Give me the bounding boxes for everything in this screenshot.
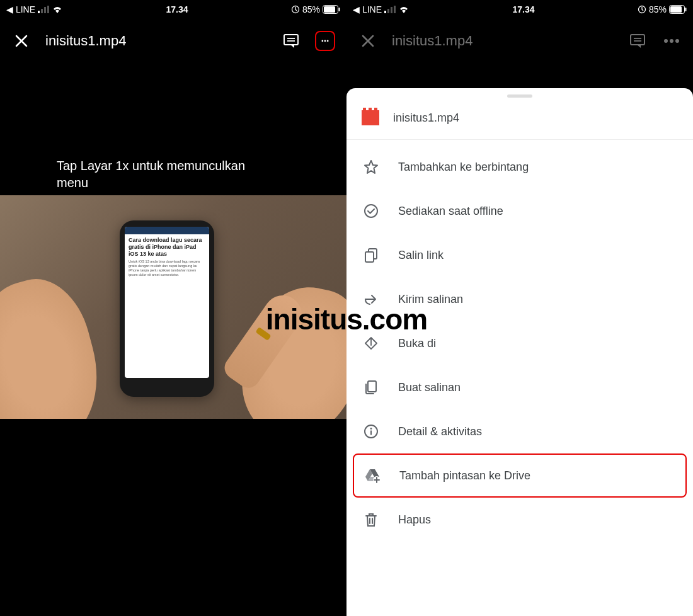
menu-item-send-copy[interactable]: Kirim salinan [346,277,693,321]
svg-rect-16 [391,7,392,13]
svg-rect-34 [370,431,372,435]
copy-link-icon [363,247,379,263]
svg-point-11 [321,40,323,42]
rotation-lock-icon [291,5,300,14]
star-icon [363,159,379,175]
video-file-icon [362,110,379,125]
close-icon[interactable] [11,31,32,51]
battery-icon [669,5,687,14]
battery-percent: 85% [649,4,667,14]
svg-rect-22 [631,35,644,45]
menu-label: Sediakan saat offline [398,205,503,218]
svg-rect-15 [387,9,389,13]
battery-percent: 85% [302,4,320,14]
svg-rect-3 [47,6,49,13]
menu-item-copy-link[interactable]: Salin link [346,233,693,277]
offline-icon [363,203,379,219]
menu-label: Buat salinan [398,381,461,394]
open-in-icon [363,335,379,351]
svg-point-12 [324,40,326,42]
svg-rect-6 [324,6,335,13]
svg-point-25 [664,39,668,43]
svg-rect-30 [365,252,374,262]
more-options-icon[interactable] [315,31,335,51]
hand-illustration [0,268,114,419]
drive-add-icon [364,467,381,484]
svg-rect-0 [38,11,40,13]
cell-signal-icon [384,6,396,13]
menu-item-offline[interactable]: Sediakan saat offline [346,189,693,233]
send-icon [363,291,379,307]
back-app-indicator[interactable]: ◀ LINE [6,4,35,14]
wifi-icon [52,5,63,14]
file-header: inisitus1.mp4 [0,19,346,63]
file-title: inisitus1.mp4 [392,33,614,49]
comment-icon[interactable] [281,31,301,51]
more-options-icon[interactable] [662,31,682,51]
make-copy-icon [363,379,379,396]
rotation-lock-icon [638,5,646,14]
phone-illustration: Cara download lagu secara gratis di iPho… [120,220,214,397]
file-title: inisitus1.mp4 [45,33,267,49]
status-bar: ◀ LINE 17.34 85% [346,0,693,19]
menu-item-add-shortcut-drive[interactable]: Tambah pintasan ke Drive [353,453,687,498]
svg-point-26 [670,39,673,43]
comment-icon[interactable] [627,31,648,51]
sheet-header: inisitus1.mp4 [346,101,693,140]
menu-item-star[interactable]: Tambahkan ke berbintang [346,145,693,189]
svg-rect-1 [41,9,43,13]
sheet-filename: inisitus1.mp4 [393,111,459,125]
svg-rect-17 [394,6,396,13]
menu-label: Salin link [398,249,444,262]
status-bar: ◀ LINE 17.34 85% [0,0,346,19]
battery-icon [323,5,340,14]
menu-item-details[interactable]: Detail & aktivitas [346,409,693,453]
svg-rect-20 [670,6,682,13]
info-icon [363,423,379,440]
menu-label: Tambahkan ke berbintang [398,161,529,174]
svg-rect-14 [384,11,386,13]
svg-point-13 [327,40,329,42]
instruction-caption: Tap Layar 1x untuk memunculkan menu [57,157,271,191]
svg-point-33 [370,428,372,430]
menu-item-delete[interactable]: Hapus [346,498,693,542]
svg-point-28 [365,205,377,217]
svg-rect-7 [339,8,340,11]
left-screenshot: ◀ LINE 17.34 85% inisitus1.mp4 [0,0,346,616]
svg-rect-21 [685,8,687,11]
cell-signal-icon [38,6,49,13]
back-app-indicator[interactable]: ◀ LINE [353,4,382,14]
video-preview[interactable]: Cara download lagu secara gratis di iPho… [0,195,346,419]
bottom-sheet: inisitus1.mp4 Tambahkan ke berbintang Se… [346,88,693,616]
svg-rect-2 [44,7,46,13]
menu-label: Buka di [398,337,436,350]
svg-point-27 [675,39,679,43]
menu-item-make-copy[interactable]: Buat salinan [346,365,693,409]
sheet-grabber[interactable] [507,94,532,98]
trash-icon [363,511,379,528]
menu-label: Tambah pintasan ke Drive [399,469,530,482]
file-header-dimmed: inisitus1.mp4 [346,19,693,63]
status-time: 17.34 [512,4,534,14]
close-icon[interactable] [358,31,378,51]
action-menu: Tambahkan ke berbintang Sediakan saat of… [346,140,693,547]
svg-rect-31 [368,381,376,392]
menu-item-open-in[interactable]: Buka di [346,321,693,365]
right-screenshot: ◀ LINE 17.34 85% inisitus1.mp4 [346,0,693,616]
menu-label: Hapus [398,513,431,527]
svg-rect-8 [284,35,298,45]
menu-label: Kirim salinan [398,293,463,306]
wifi-icon [398,5,410,14]
menu-label: Detail & aktivitas [398,425,482,438]
status-time: 17.34 [166,4,188,14]
